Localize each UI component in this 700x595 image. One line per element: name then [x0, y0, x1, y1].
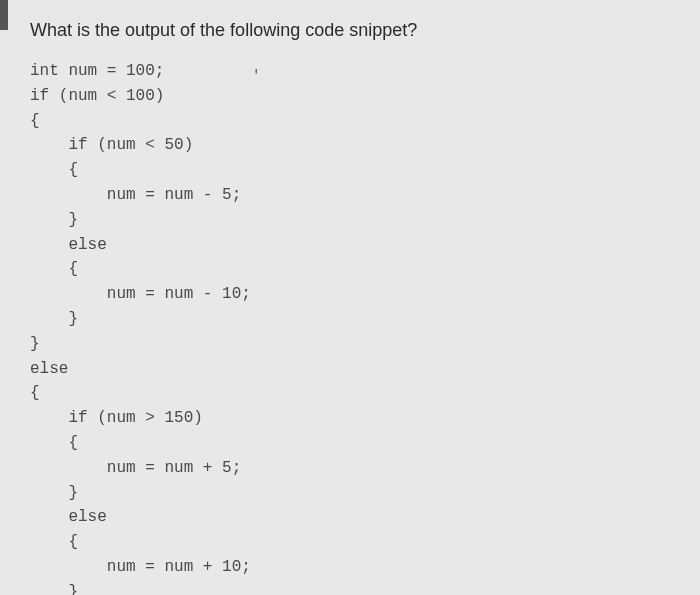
code-line: {: [30, 260, 78, 278]
stray-mark: ': [252, 68, 260, 84]
code-line: }: [30, 583, 78, 595]
code-line: }: [30, 310, 78, 328]
code-line: {: [30, 434, 78, 452]
code-line: {: [30, 384, 40, 402]
code-line: else: [30, 360, 68, 378]
code-line: {: [30, 161, 78, 179]
code-line: num = num + 5;: [30, 459, 241, 477]
code-line: if (num > 150): [30, 409, 203, 427]
code-line: if (num < 50): [30, 136, 193, 154]
code-block: int num = 100; if (num < 100) { if (num …: [30, 59, 670, 595]
code-line: {: [30, 112, 40, 130]
code-line: int num = 100;: [30, 62, 164, 80]
left-margin-bar: [0, 0, 8, 30]
question-text: What is the output of the following code…: [30, 20, 670, 41]
code-line: if (num < 100): [30, 87, 164, 105]
code-line: {: [30, 533, 78, 551]
code-line: }: [30, 484, 78, 502]
code-line: else: [30, 236, 107, 254]
code-line: }: [30, 211, 78, 229]
code-line: else: [30, 508, 107, 526]
code-line: num = num - 10;: [30, 285, 251, 303]
code-line: }: [30, 335, 40, 353]
code-line: num = num - 5;: [30, 186, 241, 204]
code-line: num = num + 10;: [30, 558, 251, 576]
